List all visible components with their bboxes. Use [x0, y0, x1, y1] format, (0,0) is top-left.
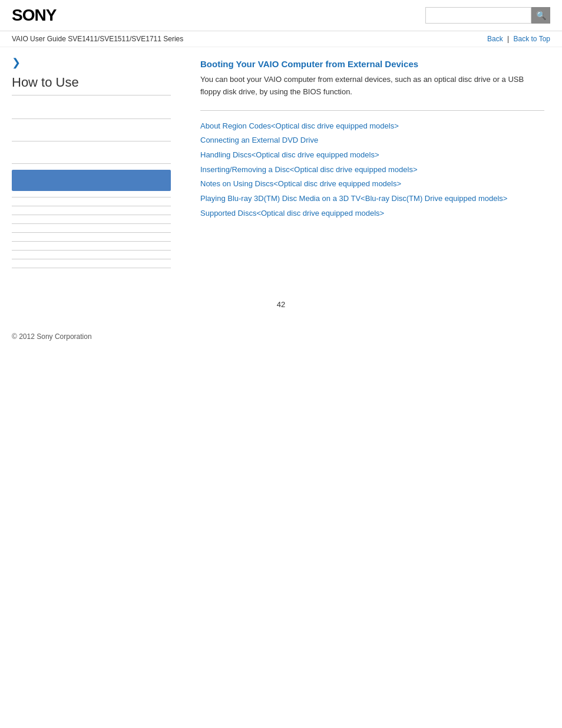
sidebar: ❯ How to Use [0, 47, 183, 288]
sidebar-item-4 [12, 197, 171, 197]
sidebar-item-1 [12, 103, 171, 119]
sidebar-item-11 [12, 259, 171, 259]
sub-link-7[interactable]: Supported Discs<Optical disc drive equip… [200, 206, 544, 221]
footer: © 2012 Sony Corporation [0, 315, 562, 353]
page-number: 42 [0, 288, 562, 315]
main-topic-link[interactable]: Booting Your VAIO Computer from External… [200, 59, 544, 69]
sub-link-4[interactable]: Inserting/Removing a Disc<Optical disc d… [200, 163, 544, 177]
search-input[interactable] [425, 7, 531, 24]
sidebar-item-10 [12, 250, 171, 251]
sidebar-highlighted-item[interactable] [12, 170, 171, 191]
search-button[interactable]: 🔍 [531, 7, 550, 24]
header: SONY 🔍 [0, 0, 562, 31]
sidebar-item-12 [12, 268, 171, 268]
back-to-top-link[interactable]: Back to Top [514, 35, 550, 43]
sidebar-item-2 [12, 125, 171, 141]
nav-separator: | [507, 35, 511, 43]
sony-logo: SONY [12, 6, 56, 25]
search-icon: 🔍 [536, 11, 546, 20]
sidebar-item-5 [12, 206, 171, 206]
sidebar-item-7 [12, 223, 171, 224]
guide-title: VAIO User Guide SVE1411/SVE1511/SVE1711 … [12, 35, 183, 43]
back-link[interactable]: Back [487, 35, 503, 43]
sidebar-item-6 [12, 215, 171, 215]
sidebar-item-8 [12, 232, 171, 233]
content-area: Booting Your VAIO Computer from External… [183, 47, 562, 288]
copyright-text: © 2012 Sony Corporation [12, 332, 92, 341]
sub-links-section: About Region Codes<Optical disc drive eq… [200, 110, 544, 221]
sidebar-item-3 [12, 147, 171, 164]
sidebar-title: How to Use [12, 75, 171, 95]
sub-link-2[interactable]: Connecting an External DVD Drive [200, 133, 544, 148]
sub-link-1[interactable]: About Region Codes<Optical disc drive eq… [200, 119, 544, 134]
breadcrumb-bar: VAIO User Guide SVE1411/SVE1511/SVE1711 … [0, 31, 562, 47]
sub-link-3[interactable]: Handling Discs<Optical disc drive equipp… [200, 148, 544, 163]
expand-icon[interactable]: ❯ [12, 56, 171, 69]
sub-link-5[interactable]: Notes on Using Discs<Optical disc drive … [200, 177, 544, 192]
search-box: 🔍 [425, 7, 550, 24]
sidebar-item-9 [12, 241, 171, 242]
sub-link-6[interactable]: Playing Blu-ray 3D(TM) Disc Media on a 3… [200, 192, 544, 206]
nav-links: Back | Back to Top [487, 35, 550, 43]
main-container: ❯ How to Use Booting Your VAIO Computer … [0, 47, 562, 288]
main-description: You can boot your VAIO computer from ext… [200, 74, 544, 98]
